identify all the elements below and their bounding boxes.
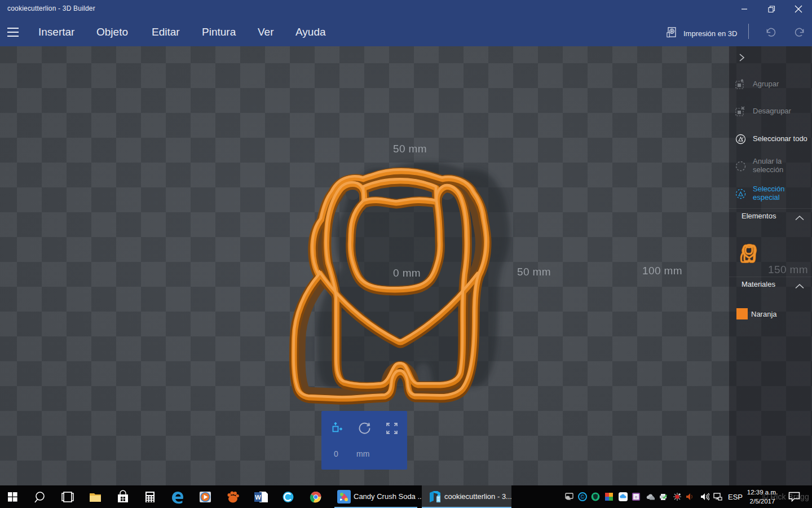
svg-text:W: W: [255, 494, 261, 501]
svg-text:©: ©: [580, 494, 585, 500]
svg-text:n: n: [635, 494, 637, 500]
